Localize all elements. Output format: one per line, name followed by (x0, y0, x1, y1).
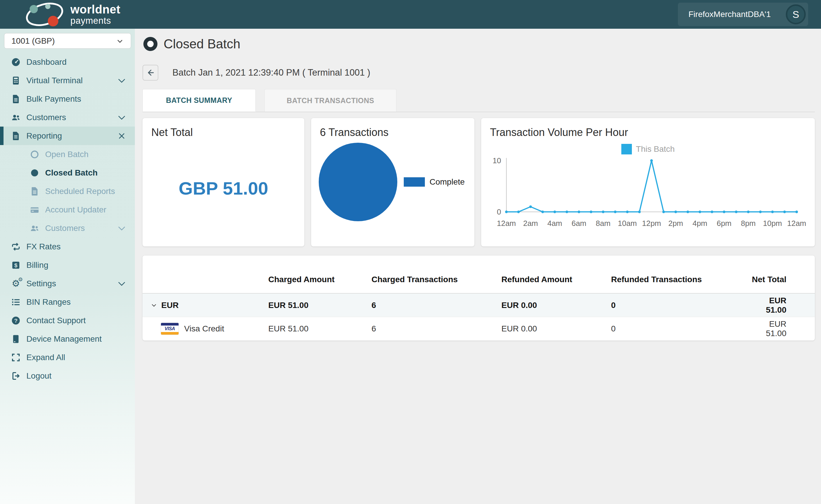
svg-text:8pm: 8pm (741, 219, 756, 228)
cell-charged-transactions: 6 (371, 301, 502, 310)
chevron-down-icon[interactable] (150, 302, 158, 309)
file-icon (29, 186, 40, 197)
sidebar-item-label: FX Rates (26, 242, 135, 251)
svg-text:2am: 2am (523, 219, 538, 228)
net-total-card: Net Total GBP 51.00 (142, 118, 304, 246)
expand-icon (11, 352, 21, 363)
dashboard-icon (11, 57, 21, 67)
visa-icon: VISA (161, 323, 179, 335)
sidebar-item-bulk-payments[interactable]: Bulk Payments (0, 90, 135, 108)
tab-batch-transactions[interactable]: BATCH TRANSACTIONS (264, 89, 396, 112)
circle-filled-icon (29, 168, 40, 178)
sidebar-item-customers[interactable]: Customers (0, 108, 135, 127)
table-header-refunded-transactions: Refunded Transactions (611, 275, 750, 284)
merchant-name: FirefoxMerchantDBA'1 (689, 10, 786, 19)
volume-chart-title: Transaction Volume Per Hour (481, 118, 815, 139)
table-row-visa-credit: VISA Visa Credit EUR 51.00 6 EUR 0.00 0 … (142, 317, 815, 340)
svg-text:6am: 6am (572, 219, 587, 228)
transactions-pie-card: 6 Transactions Complete (311, 118, 475, 246)
calculator-icon (11, 75, 21, 86)
sidebar-item-label: Bulk Payments (26, 94, 135, 104)
sidebar-item-label: Closed Batch (45, 168, 135, 178)
svg-text:10: 10 (493, 156, 501, 165)
batch-info-label: Batch Jan 1, 2021 12:39:40 PM ( Terminal… (172, 67, 370, 78)
circle-outline-icon (29, 149, 40, 160)
sidebar-item-label: Customers (26, 113, 117, 122)
table-header-net-total: Net Total (750, 275, 815, 284)
sidebar-item-settings[interactable]: ⚙⚙ Settings (0, 274, 135, 293)
transactions-card-title: 6 Transactions (311, 118, 475, 139)
sidebar-item-label: Customers (45, 224, 117, 233)
users-icon (29, 223, 40, 234)
sidebar-item-customers-sub[interactable]: Customers (0, 219, 135, 237)
top-header-bar: worldnet payments FirefoxMerchantDBA'1 S (0, 0, 821, 29)
brand-subname: payments (70, 16, 120, 25)
svg-text:2pm: 2pm (668, 219, 683, 228)
arrow-left-icon (146, 68, 155, 77)
sidebar-item-account-updater[interactable]: Account Updater (0, 200, 135, 219)
chevron-down-icon (115, 37, 124, 45)
legend-label-this-batch: This Batch (636, 144, 675, 154)
sidebar-item-label: Open Batch (45, 150, 135, 159)
table-header-charged-amount: Charged Amount (268, 275, 371, 284)
closed-batch-icon (143, 37, 158, 51)
svg-text:10am: 10am (618, 219, 637, 228)
svg-text:6pm: 6pm (717, 219, 732, 228)
sidebar-item-label: Account Updater (45, 205, 135, 214)
sidebar-item-scheduled-reports[interactable]: Scheduled Reports (0, 182, 135, 200)
legend-swatch-this-batch (621, 144, 632, 154)
sidebar-item-label: Billing (26, 260, 135, 270)
net-total-title: Net Total (142, 118, 304, 139)
volume-chart-card: Transaction Volume Per Hour This Batch 1… (481, 118, 815, 246)
close-icon[interactable] (117, 131, 127, 141)
svg-text:12am: 12am (787, 219, 806, 228)
table-row-eur-group[interactable]: EUR EUR 51.00 6 EUR 0.00 0 EUR 51.00 (142, 294, 815, 317)
sidebar-item-logout[interactable]: Logout (0, 367, 135, 385)
sidebar-item-device-management[interactable]: Device Management (0, 330, 135, 348)
sidebar-item-billing[interactable]: $ Billing (0, 256, 135, 274)
tab-batch-summary[interactable]: BATCH SUMMARY (142, 89, 256, 112)
brand-text: worldnet payments (70, 4, 120, 25)
page-header: Closed Batch (142, 37, 815, 51)
batch-info-row: Batch Jan 1, 2021 12:39:40 PM ( Terminal… (142, 65, 815, 81)
users-icon (11, 112, 21, 123)
sidebar-item-virtual-terminal[interactable]: Virtual Terminal (0, 71, 135, 90)
dollar-square-icon: $ (11, 260, 21, 270)
terminal-select[interactable]: 1001 (GBP) (4, 33, 131, 49)
sidebar-item-reporting[interactable]: Reporting (0, 127, 135, 145)
sidebar-item-dashboard[interactable]: Dashboard (0, 53, 135, 71)
orbit-logo-icon (12, 0, 67, 28)
back-button[interactable] (142, 65, 158, 81)
sidebar-item-expand-all[interactable]: Expand All (0, 348, 135, 367)
group-currency-label: EUR (161, 301, 178, 310)
file-icon (11, 94, 21, 104)
card-type-label: Visa Credit (184, 324, 224, 333)
sidebar-item-open-batch[interactable]: Open Batch (0, 145, 135, 164)
sidebar-item-contact-support[interactable]: ? Contact Support (0, 311, 135, 330)
logout-icon (11, 371, 21, 381)
sidebar-item-label: Scheduled Reports (45, 187, 135, 196)
tab-bar: BATCH SUMMARY BATCH TRANSACTIONS (142, 89, 815, 112)
user-avatar[interactable]: S (786, 4, 806, 24)
sidebar-item-fx-rates[interactable]: FX Rates (0, 237, 135, 256)
cell-refunded-amount: EUR 0.00 (502, 324, 611, 333)
volume-chart-svg: 10012am2am4am6am8am10am12pm2pm4pm6pm8pm1… (481, 156, 815, 232)
chevron-down-icon (117, 76, 127, 86)
ordered-list-icon (11, 297, 21, 307)
cell-net-total: EUR 51.00 (750, 319, 815, 338)
pie-slice-complete (319, 143, 397, 221)
cell-net-total: EUR 51.00 (750, 296, 815, 315)
merchant-menu[interactable]: FirefoxMerchantDBA'1 S (678, 3, 808, 26)
sidebar-item-closed-batch[interactable]: Closed Batch (0, 164, 135, 182)
cell-refunded-transactions: 0 (611, 301, 750, 310)
svg-text:4pm: 4pm (693, 219, 708, 228)
gears-icon: ⚙⚙ (11, 278, 21, 289)
summary-cards-row: Net Total GBP 51.00 6 Transactions Compl… (142, 118, 815, 246)
chevron-down-icon (117, 113, 127, 122)
cell-charged-amount: EUR 51.00 (268, 301, 371, 310)
svg-text:?: ? (14, 318, 18, 324)
pie-legend: Complete (404, 177, 465, 187)
brand-name: worldnet (70, 4, 120, 15)
sidebar-item-bin-ranges[interactable]: BIN Ranges (0, 293, 135, 311)
sidebar-item-label: Virtual Terminal (26, 76, 117, 85)
